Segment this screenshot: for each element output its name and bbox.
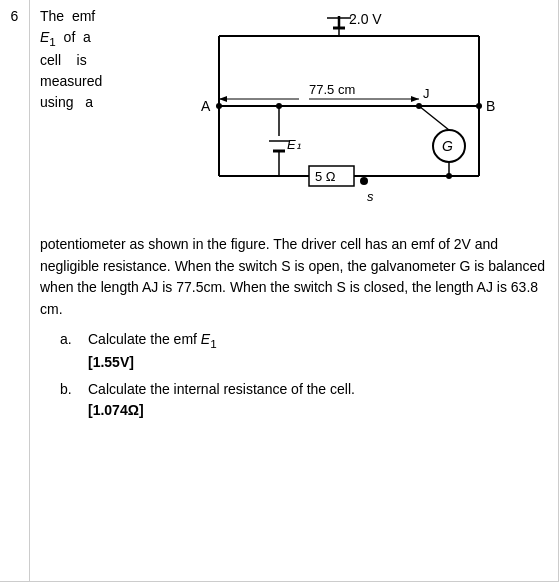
intro-line-2: E1 of a xyxy=(40,27,150,50)
svg-point-31 xyxy=(360,177,368,185)
length-label: 77.5 cm xyxy=(309,82,355,97)
body-text: potentiometer as shown in the figure. Th… xyxy=(40,234,548,321)
voltage-label: 2.0 V xyxy=(349,11,382,27)
intro-line-4: measured xyxy=(40,71,150,92)
intro-line-5: using a xyxy=(40,92,150,113)
svg-line-22 xyxy=(419,106,449,130)
resistance-label: 5 Ω xyxy=(315,169,336,184)
question-number: 6 xyxy=(0,0,30,582)
parts-list: a. Calculate the emf E1 [1.55V] b. Calcu… xyxy=(40,329,548,421)
intro-line-1: The emf xyxy=(40,6,150,27)
part-b-answer: [1.074Ω] xyxy=(88,400,548,421)
content-area: The emf E1 of a cell is measured using a xyxy=(30,0,559,582)
circuit-svg: 2.0 V A B 77.5 cm xyxy=(150,6,548,226)
point-b-label: B xyxy=(486,98,495,114)
part-a-text: Calculate the emf E1 xyxy=(88,329,548,352)
e1-label: E₁ xyxy=(287,137,301,152)
point-j-label: J xyxy=(423,86,430,101)
point-a-label: A xyxy=(201,98,211,114)
part-b: b. Calculate the internal resistance of … xyxy=(60,379,548,421)
galvanometer-label: G xyxy=(442,138,453,154)
part-a-content: Calculate the emf E1 [1.55V] xyxy=(88,329,548,373)
intro-text: The emf E1 of a cell is measured using a xyxy=(40,6,150,113)
svg-marker-17 xyxy=(219,96,227,102)
part-b-label: b. xyxy=(60,379,88,400)
part-a-answer: [1.55V] xyxy=(88,352,548,373)
part-b-content: Calculate the internal resistance of the… xyxy=(88,379,548,421)
svg-point-29 xyxy=(276,103,282,109)
circuit-diagram: 2.0 V A B 77.5 cm xyxy=(150,6,548,226)
switch-label: s xyxy=(367,189,374,204)
page-container: 6 The emf E1 of a cell is measured using… xyxy=(0,0,559,582)
svg-marker-19 xyxy=(411,96,419,102)
part-a: a. Calculate the emf E1 [1.55V] xyxy=(60,329,548,373)
intro-line-3: cell is xyxy=(40,50,150,71)
svg-point-24 xyxy=(446,173,452,179)
top-section: The emf E1 of a cell is measured using a xyxy=(40,6,548,226)
part-b-text: Calculate the internal resistance of the… xyxy=(88,379,548,400)
part-a-label: a. xyxy=(60,329,88,350)
